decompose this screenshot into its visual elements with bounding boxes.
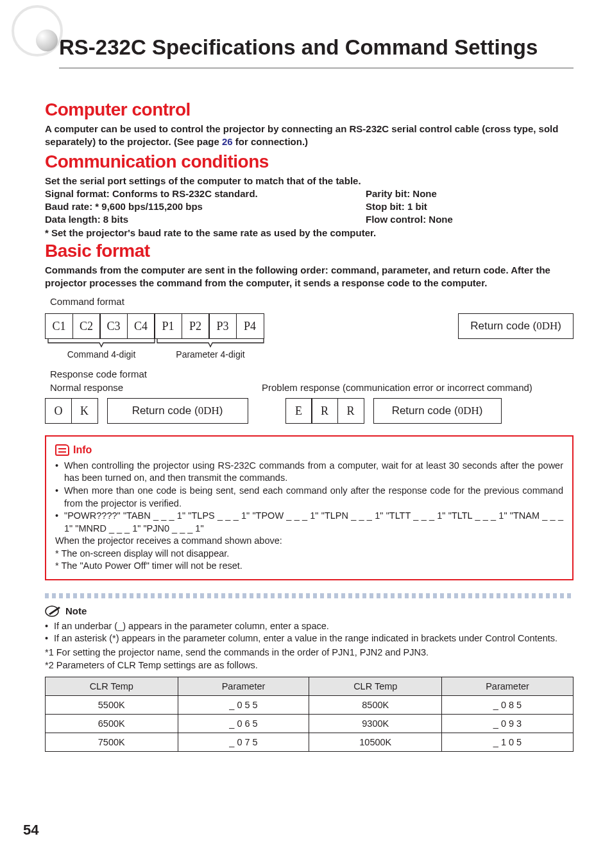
cell-k: K	[71, 398, 98, 424]
cell-c2: C2	[72, 313, 101, 339]
cell-r2: R	[337, 398, 364, 424]
brace-icon	[154, 339, 267, 348]
brace-parameter: Parameter 4-digit	[154, 339, 267, 360]
td: _ 0 7 5	[178, 733, 309, 752]
rc1-code: 0DH	[536, 320, 557, 333]
footnote-1: *1 For setting the projector name, send …	[45, 647, 574, 659]
basic-format-body: Commands from the computer are sent in t…	[45, 264, 574, 290]
info-plain-0: When the projector receives a command sh…	[55, 535, 563, 548]
comm-row-1-left: Baud rate: * 9,600 bps/115,200 bps	[45, 200, 366, 213]
comm-row-2-right: Flow control: None	[366, 213, 574, 226]
td: _ 0 9 3	[442, 715, 574, 733]
cell-r1: R	[311, 398, 338, 424]
info-header: Info	[55, 443, 563, 457]
td: 6500K	[46, 715, 178, 733]
cell-c1: C1	[45, 313, 73, 339]
comm-row-1-right: Stop bit: 1 bit	[366, 200, 574, 213]
rc2-pre: Return code (	[132, 404, 198, 417]
section-computer-control-title: Computer control	[45, 100, 574, 120]
comm-row-0-right: Parity bit: None	[366, 187, 574, 200]
rc1-post: )	[557, 320, 561, 333]
rc3-code: 0DH	[458, 404, 479, 417]
rc2-post: )	[219, 404, 223, 417]
page-content: RS-232C Specifications and Command Setti…	[0, 0, 612, 771]
cc-body-post: for connection.)	[233, 136, 309, 147]
td: 5500K	[46, 696, 178, 715]
table-header-row: CLR Temp Parameter CLR Temp Parameter	[46, 677, 574, 696]
cell-c3: C3	[99, 313, 128, 339]
err-cells: E R R	[285, 398, 364, 424]
command-cells: C1 C2 C3 C4 P1 P2 P3 P4	[45, 313, 264, 339]
th-3: Parameter	[442, 677, 574, 696]
td: _ 1 0 5	[442, 733, 574, 752]
cell-e: E	[285, 398, 312, 424]
rc2-code: 0DH	[198, 404, 219, 417]
response-boxes-row: O K Return code (0DH) E R R Return code …	[45, 398, 574, 424]
brace-row: Command 4-digit Parameter 4-digit	[45, 339, 574, 369]
info-bullet-2: •"POWR????" "TABN _ _ _ 1" "TLPS _ _ _ 1…	[55, 510, 563, 535]
td: 8500K	[309, 696, 442, 715]
info-bullet-0: •When controlling the projector using RS…	[55, 460, 563, 485]
computer-control-body: A computer can be used to control the pr…	[45, 123, 574, 149]
cell-p1: P1	[154, 313, 182, 339]
cell-p3: P3	[208, 313, 237, 339]
return-code-box-1: Return code (0DH)	[458, 313, 574, 339]
info-bullets: •When controlling the projector using RS…	[55, 460, 563, 535]
info-title: Info	[73, 443, 92, 457]
th-2: CLR Temp	[309, 677, 442, 696]
table-row: 5500K _ 0 5 5 8500K _ 0 8 5	[46, 696, 574, 715]
response-labels-row: Normal response Problem response (commun…	[45, 382, 574, 393]
comm-row-0-left: Signal format: Conforms to RS-232C stand…	[45, 187, 366, 200]
page-ref-link[interactable]: 26	[222, 136, 233, 147]
td: _ 0 6 5	[178, 715, 309, 733]
th-1: Parameter	[178, 677, 309, 696]
info-plain-1: * The on-screen display will not disappe…	[55, 548, 563, 560]
page-title: RS-232C Specifications and Command Setti…	[59, 35, 574, 69]
comm-conditions-body: Set the serial port settings of the comp…	[45, 175, 574, 239]
brace-icon	[45, 339, 158, 348]
note-bullet-0: •If an underbar (_) appears in the param…	[45, 620, 574, 633]
cell-o: O	[45, 398, 72, 424]
brace-parameter-label: Parameter 4-digit	[176, 349, 244, 360]
ok-cells: O K	[45, 398, 98, 424]
th-0: CLR Temp	[46, 677, 178, 696]
dot-divider	[45, 593, 574, 598]
problem-response-label: Problem response (communication error or…	[262, 382, 574, 393]
comm-row-1: Baud rate: * 9,600 bps/115,200 bps Stop …	[45, 200, 574, 213]
table-row: 6500K _ 0 6 5 9300K _ 0 9 3	[46, 715, 574, 733]
return-code-box-2: Return code (0DH)	[107, 398, 248, 424]
td: 10500K	[309, 733, 442, 752]
corner-decoration	[18, 12, 64, 58]
pencil-icon	[45, 605, 62, 618]
brace-command-label: Command 4-digit	[67, 349, 136, 360]
brace-command: Command 4-digit	[45, 339, 158, 360]
note-title: Note	[65, 605, 87, 616]
cell-p4: P4	[236, 313, 264, 339]
svg-point-0	[46, 606, 58, 616]
td: _ 0 8 5	[442, 696, 574, 715]
info-bullet-1: •When more than one code is being sent, …	[55, 485, 563, 510]
section-basic-format-title: Basic format	[45, 241, 574, 261]
td: 9300K	[309, 715, 442, 733]
cell-c4: C4	[127, 313, 155, 339]
page-number: 54	[23, 822, 38, 838]
section-comm-conditions-title: Communication conditions	[45, 152, 574, 172]
info-plain-2: * The "Auto Power Off" timer will not be…	[55, 560, 563, 573]
td: 7500K	[46, 733, 178, 752]
clr-temp-table: CLR Temp Parameter CLR Temp Parameter 55…	[45, 677, 574, 752]
info-box: Info •When controlling the projector usi…	[45, 435, 574, 580]
comm-intro: Set the serial port settings of the comp…	[45, 175, 574, 187]
command-format-label: Command format	[50, 296, 574, 307]
comm-row-0: Signal format: Conforms to RS-232C stand…	[45, 187, 574, 200]
comm-row-2: Data length: 8 bits Flow control: None	[45, 213, 574, 226]
book-icon	[55, 444, 69, 456]
td: _ 0 5 5	[178, 696, 309, 715]
cell-p2: P2	[182, 313, 210, 339]
response-format-label: Response code format	[50, 369, 574, 379]
table-row: 7500K _ 0 7 5 10500K _ 1 0 5	[46, 733, 574, 752]
footnote-2: *2 Parameters of CLR Temp settings are a…	[45, 659, 574, 672]
note-bullet-1: •If an asterisk (*) appears in the param…	[45, 632, 574, 645]
note-bullets: •If an underbar (_) appears in the param…	[45, 620, 574, 645]
rc3-pre: Return code (	[392, 404, 458, 417]
rc1-pre: Return code (	[470, 320, 536, 333]
